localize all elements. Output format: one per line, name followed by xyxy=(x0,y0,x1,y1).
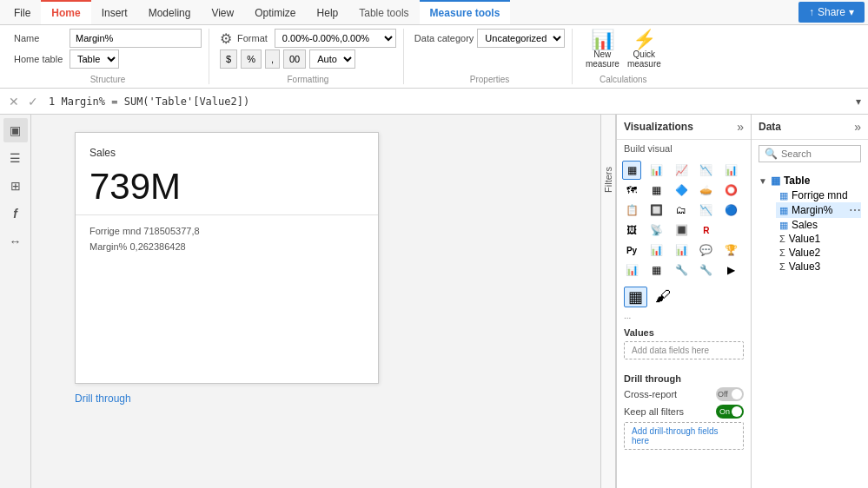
quick-measure-button[interactable]: ⚡ Quick measure xyxy=(625,29,663,70)
tab-modeling[interactable]: Modeling xyxy=(138,0,202,24)
share-button[interactable]: ↑ Share ▾ xyxy=(798,2,865,23)
share-chevron-icon: ▾ xyxy=(849,6,854,18)
filters-panel[interactable]: Filters xyxy=(600,115,616,488)
table-icon-forrige: ▦ xyxy=(779,190,788,201)
viz-icon-treemap[interactable]: ▦ xyxy=(647,181,666,200)
viz-icon-map[interactable]: 🗺 xyxy=(622,181,641,200)
tab-optimize[interactable]: Optimize xyxy=(244,0,306,24)
viz-icon-blank[interactable] xyxy=(721,221,740,240)
viz-icon-stacked-bar[interactable]: 📊 xyxy=(721,161,740,180)
table-icon: ▦ xyxy=(771,175,780,187)
auto-select[interactable]: Auto xyxy=(309,49,355,69)
visual-card[interactable]: Sales 739M Forrige mnd 718505377,8 Margi… xyxy=(75,132,379,384)
home-table-select[interactable]: Table xyxy=(70,49,119,69)
tab-home[interactable]: Home xyxy=(41,0,90,24)
viz-icon-waterfall[interactable]: 📉 xyxy=(697,201,716,220)
search-input[interactable] xyxy=(781,148,855,159)
viz-icon-qna[interactable]: 🔳 xyxy=(672,221,691,240)
viz-icon-table[interactable]: ▦ xyxy=(622,161,641,180)
percent-button[interactable]: % xyxy=(241,49,262,69)
viz-icon-card[interactable]: 🗂 xyxy=(672,201,691,220)
sidebar-item-report[interactable]: ▣ xyxy=(3,118,28,142)
cross-report-circle xyxy=(732,389,742,399)
visual-detail-line2: Margin% 0,262386428 xyxy=(89,240,364,255)
sidebar-item-model[interactable]: ⊞ xyxy=(3,174,28,198)
properties-group-label: Properties xyxy=(414,73,565,84)
viz-icon-matrix[interactable]: 📋 xyxy=(622,201,641,220)
viz-icon-r-script[interactable]: 📊 xyxy=(647,241,666,260)
sidebar-item-transform[interactable]: ↔ xyxy=(3,229,28,254)
viz-icon-speech[interactable]: 💬 xyxy=(697,241,716,260)
quick-measure-icon: ⚡ xyxy=(633,30,656,49)
viz-icon-python[interactable]: Py xyxy=(622,241,641,260)
viz-icon-bar[interactable]: 📊 xyxy=(647,161,666,180)
viz-icon-paginated[interactable]: R xyxy=(697,221,716,240)
viz-icon-narrative[interactable]: 📊 xyxy=(672,241,691,260)
tab-table-tools[interactable]: Table tools xyxy=(348,0,419,24)
viz-icon-extra1[interactable]: ▦ xyxy=(647,260,666,280)
data-item-sales[interactable]: ▦ Sales xyxy=(776,218,861,232)
data-item-value2[interactable]: Σ Value2 xyxy=(776,246,861,260)
cross-report-row: Cross-report Off xyxy=(624,387,744,401)
data-expand-button[interactable]: » xyxy=(854,120,861,134)
viz-icon-kpi[interactable]: 🔲 xyxy=(647,201,666,220)
canvas-area: Sales 739M Forrige mnd 718505377,8 Margi… xyxy=(31,115,600,488)
keep-all-circle xyxy=(732,406,742,417)
cross-report-toggle[interactable]: Off xyxy=(716,387,744,401)
visual-bottom: Forrige mnd 718505377,8 Margin% 0,262386… xyxy=(76,215,378,263)
tab-help[interactable]: Help xyxy=(307,0,349,24)
comma-button[interactable]: , xyxy=(265,49,280,69)
viz-icon-donut[interactable]: ⭕ xyxy=(721,181,740,200)
data-item-margin[interactable]: ▦ Margin% ⋯ xyxy=(776,202,861,218)
data-item-value1[interactable]: Σ Value1 xyxy=(776,232,861,246)
ribbon-hometable-row: Home table Table xyxy=(14,49,119,69)
viz-icon-more[interactable]: ▶ xyxy=(721,260,740,280)
formula-dropdown-button[interactable]: ▾ xyxy=(852,96,865,108)
filters-label: Filters xyxy=(603,167,613,193)
viz-icon-extra3[interactable]: 🔧 xyxy=(697,260,716,280)
margin-options-button[interactable]: ⋯ xyxy=(849,203,861,217)
data-tree-table-header[interactable]: ▼ ▦ Table xyxy=(759,173,861,188)
formula-cancel-button[interactable]: ✕ xyxy=(3,95,24,109)
viz-icon-sparkline[interactable]: 📊 xyxy=(622,260,641,280)
add-data-field[interactable]: Add data fields here xyxy=(624,341,744,359)
data-item-forrige-mnd[interactable]: ▦ Forrige mnd xyxy=(776,188,861,202)
format-select[interactable]: 0.00%-0.00%,0.00% xyxy=(275,29,396,48)
format-icon: ⚙ xyxy=(220,30,232,47)
viz-icon-pie[interactable]: 🥧 xyxy=(697,181,716,200)
tab-file[interactable]: File xyxy=(3,0,41,24)
sidebar-item-dax[interactable]: f xyxy=(3,201,28,226)
cross-report-label: Cross-report xyxy=(624,389,677,399)
formula-confirm-button[interactable]: ✓ xyxy=(24,95,42,109)
viz-icon-extra2[interactable]: 🔧 xyxy=(672,260,691,280)
data-category-select[interactable]: Uncategorized xyxy=(477,29,565,48)
data-search-box[interactable]: 🔍 xyxy=(759,145,861,162)
tab-insert[interactable]: Insert xyxy=(91,0,138,24)
viz-build-tabs: ▦ 🖌 xyxy=(617,283,751,311)
viz-icon-image[interactable]: 🖼 xyxy=(622,221,641,240)
viz-icon-scatter[interactable]: 🔷 xyxy=(672,181,691,200)
new-measure-button[interactable]: 📊 New measure xyxy=(583,29,621,70)
formatting-group-label: Formatting xyxy=(220,73,396,84)
structure-group-label: Structure xyxy=(14,73,202,84)
visual-detail-line1: Forrige mnd 718505377,8 xyxy=(89,224,364,240)
name-input[interactable] xyxy=(70,29,202,48)
sidebar-item-data[interactable]: ☰ xyxy=(3,146,28,170)
viz-build-fields-tab[interactable]: ▦ xyxy=(624,287,647,307)
data-item-value3[interactable]: Σ Value3 xyxy=(776,260,861,274)
keep-all-toggle[interactable]: On xyxy=(716,405,744,419)
viz-icon-line[interactable]: 📈 xyxy=(672,161,691,180)
viz-expand-button[interactable]: » xyxy=(737,120,744,134)
viz-icon-decomp[interactable]: 📡 xyxy=(647,221,666,240)
viz-icon-gauge[interactable]: 🔵 xyxy=(721,201,740,220)
viz-icon-area[interactable]: 📉 xyxy=(697,161,716,180)
tab-measure-tools[interactable]: Measure tools xyxy=(420,0,511,24)
formula-expression[interactable]: 1 Margin% = SUM('Table'[Value2]) xyxy=(42,96,852,108)
ribbon-group-structure: Name Home table Table Structure xyxy=(7,29,209,84)
currency-button[interactable]: $ xyxy=(220,49,237,69)
viz-build-format-tab[interactable]: 🖌 xyxy=(651,287,675,307)
viz-icon-metrics[interactable]: 🏆 xyxy=(721,241,740,260)
decimal-button[interactable]: 00 xyxy=(283,49,306,69)
tab-view[interactable]: View xyxy=(201,0,244,24)
add-drill-field[interactable]: Add drill-through fields here xyxy=(624,422,744,450)
